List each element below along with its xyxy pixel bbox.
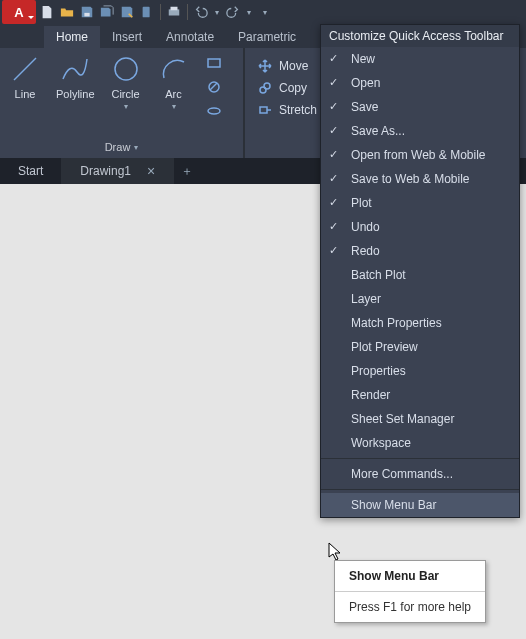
draw-panel-title[interactable]: Draw▾ [8,138,235,156]
chevron-down-icon: ▾ [134,143,138,152]
menu-item-batch-plot[interactable]: Batch Plot [321,263,519,287]
menu-item-more-commands[interactable]: More Commands... [321,462,519,486]
draw-mini-tools [205,52,223,120]
menu-item-save-as-[interactable]: ✓Save As... [321,119,519,143]
move-icon [257,58,273,74]
menu-item-redo[interactable]: ✓Redo [321,239,519,263]
svg-rect-2 [169,9,180,15]
copy-icon [257,80,273,96]
quick-access-toolbar: A ▾ ▾ ▾ [0,0,526,24]
arc-tool[interactable]: Arc ▾ [157,52,191,111]
chevron-down-icon: ▾ [172,102,176,111]
qat-undo-dropdown[interactable]: ▾ [212,8,222,17]
qat-separator [187,4,188,20]
check-icon: ✓ [329,244,338,257]
stretch-button[interactable]: Stretch [257,102,317,118]
menu-item-layer[interactable]: Layer [321,287,519,311]
menu-separator [321,489,519,490]
stretch-label: Stretch [279,103,317,117]
qat-web-icon[interactable] [138,3,156,21]
svg-point-11 [264,83,270,89]
check-icon: ✓ [329,172,338,185]
menu-item-open-from-web-mobile[interactable]: ✓Open from Web & Mobile [321,143,519,167]
qat-separator [160,4,161,20]
tooltip: Show Menu Bar Press F1 for more help [334,560,486,623]
svg-line-8 [210,83,217,90]
menu-item-plot-preview[interactable]: Plot Preview [321,335,519,359]
menu-item-render[interactable]: Render [321,383,519,407]
move-label: Move [279,59,308,73]
tooltip-body: Press F1 for more help [335,592,485,622]
svg-rect-3 [171,7,178,11]
mouse-cursor [328,542,342,562]
qat-undo-icon[interactable] [192,3,210,21]
polyline-tool[interactable]: Polyline [56,52,95,100]
qat-new-icon[interactable] [38,3,56,21]
menu-separator [321,458,519,459]
check-icon: ✓ [329,76,338,89]
chevron-down-icon: ▾ [124,102,128,111]
qat-save-icon[interactable] [78,3,96,21]
arc-icon [157,52,191,86]
svg-rect-6 [208,59,220,67]
check-icon: ✓ [329,220,338,233]
check-icon: ✓ [329,148,338,161]
qat-saveall-icon[interactable] [98,3,116,21]
check-icon: ✓ [329,124,338,137]
menu-item-show-menu-bar[interactable]: Show Menu Bar [321,493,519,517]
tab-insert[interactable]: Insert [100,26,154,48]
new-tab-button[interactable]: ＋ [174,158,200,184]
check-icon: ✓ [329,52,338,65]
qat-open-icon[interactable] [58,3,76,21]
circle-icon [109,52,143,86]
qat-customize-dropdown[interactable]: ▾ [260,8,270,17]
circle-tool[interactable]: Circle ▾ [109,52,143,111]
svg-rect-1 [143,7,150,18]
check-icon: ✓ [329,100,338,113]
copy-button[interactable]: Copy [257,80,317,96]
qat-plot-icon[interactable] [165,3,183,21]
check-icon: ✓ [329,196,338,209]
menu-item-sheet-set-manager[interactable]: Sheet Set Manager [321,407,519,431]
app-logo-menu[interactable]: A [2,0,36,24]
svg-point-5 [115,58,137,80]
line-icon [8,52,42,86]
menu-item-save-to-web-mobile[interactable]: ✓Save to Web & Mobile [321,167,519,191]
circle-label: Circle [111,88,139,100]
menu-item-save[interactable]: ✓Save [321,95,519,119]
ellipse-icon[interactable] [205,102,223,120]
tab-start[interactable]: Start [0,158,62,184]
arc-label: Arc [165,88,182,100]
modify-panel: Move Copy Stretch [244,48,330,158]
rectangle-icon[interactable] [205,54,223,72]
menu-item-workspace[interactable]: Workspace [321,431,519,455]
menu-item-properties[interactable]: Properties [321,359,519,383]
qat-saveas-icon[interactable] [118,3,136,21]
svg-line-4 [14,58,36,80]
qat-redo-icon[interactable] [224,3,242,21]
svg-rect-0 [84,13,89,17]
line-label: Line [15,88,36,100]
svg-point-9 [208,108,220,114]
move-button[interactable]: Move [257,58,317,74]
hatch-icon[interactable] [205,78,223,96]
menu-header: Customize Quick Access Toolbar [321,25,519,47]
menu-item-plot[interactable]: ✓Plot [321,191,519,215]
svg-rect-12 [260,107,267,113]
tab-drawing1[interactable]: Drawing1 × [62,158,174,184]
line-tool[interactable]: Line [8,52,42,100]
tab-home[interactable]: Home [44,26,100,48]
qat-redo-dropdown[interactable]: ▾ [244,8,254,17]
close-icon[interactable]: × [147,163,155,179]
menu-item-open[interactable]: ✓Open [321,71,519,95]
tab-parametric[interactable]: Parametric [226,26,308,48]
stretch-icon [257,102,273,118]
tab-annotate[interactable]: Annotate [154,26,226,48]
menu-item-undo[interactable]: ✓Undo [321,215,519,239]
menu-item-new[interactable]: ✓New [321,47,519,71]
menu-item-match-properties[interactable]: Match Properties [321,311,519,335]
tooltip-title: Show Menu Bar [335,561,485,591]
polyline-icon [58,52,92,86]
polyline-label: Polyline [56,88,95,100]
customize-qat-menu: Customize Quick Access Toolbar ✓New✓Open… [320,24,520,518]
